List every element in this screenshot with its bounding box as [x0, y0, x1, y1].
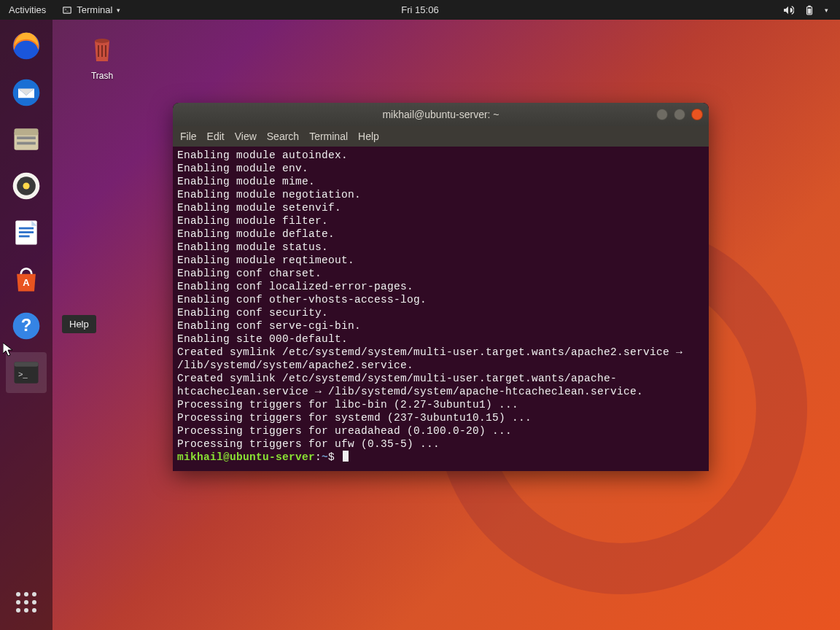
terminal-output-line: Processing triggers for systemd (237-3ub… — [177, 411, 704, 424]
terminal-output-line: Enabling conf charset. — [177, 267, 704, 280]
svg-text:?: ? — [21, 315, 32, 335]
terminal-output-line: Processing triggers for ureadahead (0.10… — [177, 424, 704, 438]
dock: A ? >_ — [0, 20, 52, 630]
terminal-output-line: Processing triggers for ufw (0.35-5) ... — [177, 438, 704, 451]
dock-firefox[interactable] — [6, 26, 47, 66]
terminal-output-line: Enabling conf other-vhosts-access-log. — [177, 293, 704, 306]
menu-terminal[interactable]: Terminal — [309, 131, 348, 142]
terminal-output-line: Enabling module setenvif. — [177, 201, 704, 214]
firefox-icon — [10, 30, 42, 62]
terminal-output-line: Enabling conf localized-error-pages. — [177, 280, 704, 293]
svg-point-27 — [95, 39, 109, 43]
svg-rect-6 — [808, 5, 811, 7]
battery-icon[interactable] — [804, 4, 814, 16]
svg-rect-18 — [19, 228, 34, 230]
terminal-output-line: Enabling conf security. — [177, 306, 704, 319]
svg-rect-19 — [19, 231, 34, 233]
terminal-output-line: Enabling module negotiation. — [177, 188, 704, 201]
svg-rect-11 — [15, 128, 39, 135]
chevron-down-icon[interactable]: ▾ — [825, 7, 828, 14]
desktop-trash-label: Trash — [76, 71, 128, 81]
svg-point-16 — [23, 182, 29, 189]
dock-libreoffice-writer[interactable] — [6, 212, 47, 253]
menu-file[interactable]: File — [180, 131, 197, 142]
maximize-button[interactable] — [674, 109, 685, 120]
terminal-output-line: Enabling conf serve-cgi-bin. — [177, 319, 704, 332]
terminal-window: mikhail@ubuntu-server: ~ File Edit View … — [173, 103, 709, 471]
svg-rect-29 — [101, 45, 103, 57]
prompt-user: mikhail@ubuntu-server — [177, 451, 315, 463]
terminal-output-line: Enabling module autoindex. — [177, 149, 704, 162]
menu-edit[interactable]: Edit — [207, 131, 225, 142]
svg-rect-12 — [17, 136, 36, 139]
dock-help[interactable]: ? — [6, 306, 47, 346]
prompt-path: ~ — [322, 451, 328, 463]
terminal-output-line: Enabling site 000-default. — [177, 332, 704, 346]
music-icon — [10, 170, 42, 202]
dock-terminal[interactable]: >_ — [6, 352, 47, 393]
terminal-output-line: Enabling module status. — [177, 241, 704, 254]
svg-text:>_: >_ — [65, 8, 69, 12]
terminal-icon: >_ — [62, 5, 72, 15]
files-icon — [10, 123, 42, 155]
close-button[interactable] — [691, 109, 703, 120]
dock-rhythmbox[interactable] — [6, 166, 47, 206]
trash-icon — [85, 31, 120, 66]
show-applications-button[interactable] — [6, 582, 47, 623]
terminal-body[interactable]: Enabling module autoindex.Enabling modul… — [173, 147, 709, 471]
activities-button[interactable]: Activities — [9, 4, 46, 15]
terminal-output-line: Created symlink /etc/systemd/system/mult… — [177, 372, 704, 398]
svg-rect-7 — [808, 8, 812, 13]
svg-rect-30 — [105, 45, 106, 57]
svg-rect-20 — [19, 236, 30, 238]
terminal-titlebar[interactable]: mikhail@ubuntu-server: ~ — [173, 103, 709, 126]
svg-rect-28 — [98, 45, 99, 57]
svg-rect-25 — [15, 362, 39, 366]
terminal-output-line: Enabling module deflate. — [177, 228, 704, 241]
thunderbird-icon — [10, 77, 42, 109]
document-icon — [10, 217, 42, 249]
minimize-button[interactable] — [656, 109, 668, 120]
terminal-menubar: File Edit View Search Terminal Help — [173, 126, 709, 147]
menu-view[interactable]: View — [235, 131, 257, 142]
help-icon: ? — [10, 310, 42, 342]
svg-text:>_: >_ — [18, 370, 28, 378]
app-menu[interactable]: >_ Terminal ▾ — [62, 4, 120, 15]
dock-files[interactable] — [6, 119, 47, 160]
menu-help[interactable]: Help — [358, 131, 379, 142]
terminal-icon: >_ — [10, 357, 42, 389]
terminal-output-line: Processing triggers for libc-bin (2.27-3… — [177, 398, 704, 411]
terminal-output-line: Enabling module reqtimeout. — [177, 254, 704, 267]
terminal-output-line: Enabling module mime. — [177, 175, 704, 188]
terminal-output-line: Enabling module env. — [177, 162, 704, 175]
app-menu-label: Terminal — [77, 4, 112, 15]
svg-text:A: A — [23, 277, 29, 288]
chevron-down-icon: ▾ — [117, 7, 120, 14]
top-bar: Activities >_ Terminal ▾ Fri 15:06 ▾ — [0, 0, 840, 20]
terminal-prompt[interactable]: mikhail@ubuntu-server:~$ — [177, 451, 704, 464]
terminal-title: mikhail@ubuntu-server: ~ — [382, 109, 499, 120]
menu-search[interactable]: Search — [267, 131, 299, 142]
apps-grid-icon — [16, 592, 36, 612]
dock-ubuntu-software[interactable]: A — [6, 259, 47, 300]
terminal-output-line: Enabling module filter. — [177, 214, 704, 228]
dock-tooltip: Help — [62, 315, 96, 333]
prompt-cursor — [343, 451, 349, 462]
terminal-output-line: Created symlink /etc/systemd/system/mult… — [177, 346, 704, 372]
svg-rect-13 — [17, 142, 36, 145]
volume-icon[interactable] — [782, 4, 794, 16]
desktop-trash[interactable]: Trash — [76, 31, 128, 81]
dock-thunderbird[interactable] — [6, 72, 47, 113]
shopping-bag-icon: A — [10, 263, 42, 295]
clock[interactable]: Fri 15:06 — [401, 4, 438, 15]
